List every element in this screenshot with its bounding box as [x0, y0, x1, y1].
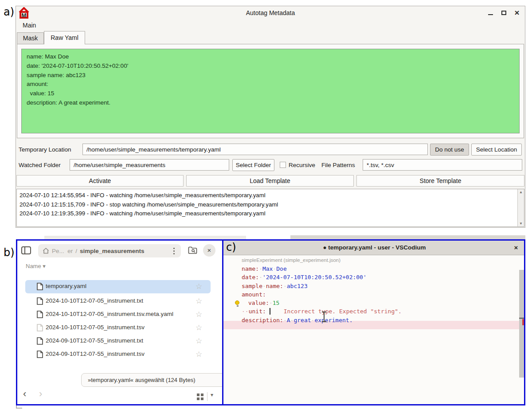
- star-icon[interactable]: ☆: [196, 310, 202, 319]
- yaml-line: sample name: abc123: [27, 71, 514, 80]
- minimize-button[interactable]: [487, 9, 494, 16]
- sort-caret-icon: ▾: [43, 263, 46, 269]
- inline-error-message: Incorrect type. Expected "string".: [284, 308, 402, 315]
- load-template-button[interactable]: Load Template: [186, 175, 354, 187]
- window-edge-peek: [290, 235, 525, 240]
- column-header-name[interactable]: Name ▾: [26, 263, 46, 269]
- breadcrumb-home[interactable]: Pe... er: [52, 248, 73, 254]
- temporary-location-input[interactable]: [82, 144, 428, 155]
- file-name: 2024-09-10T12-07-55_instrument.txt: [46, 337, 143, 344]
- close-button[interactable]: ×: [513, 9, 520, 16]
- watched-folder-input[interactable]: [70, 159, 229, 171]
- sidebar-toggle-icon[interactable]: [21, 246, 31, 254]
- code-token: great: [293, 317, 311, 323]
- code-token: sample: [242, 283, 262, 289]
- code-token: 15: [273, 300, 280, 306]
- code-token: value:: [248, 300, 269, 306]
- autotag-window: M Autotag Metadata × Main Mask Raw Yaml …: [16, 6, 525, 228]
- code-token: unit:: [249, 308, 266, 315]
- menu-kebab-icon[interactable]: [172, 247, 176, 255]
- code-token: date:: [242, 274, 259, 281]
- scroll-up-icon[interactable]: ▲: [518, 190, 524, 194]
- star-icon[interactable]: ☆: [196, 296, 202, 306]
- file-name: 2024-10-10T12-07-05_instrument.txt: [46, 297, 143, 304]
- file-row-temporary-yaml[interactable]: temporary.yaml ☆: [17, 280, 222, 293]
- editor-scrollbar[interactable]: [519, 270, 525, 378]
- recursive-label: Recursive: [289, 162, 315, 168]
- code-token: abc123: [287, 283, 308, 289]
- file-row[interactable]: 2024-10-10T12-07-05_instrument.tsv.meta.…: [17, 308, 222, 321]
- code-editor[interactable]: simpleExperiment (simple_experiment.json…: [223, 255, 525, 405]
- code-line: name:·Max·Doe: [242, 265, 402, 273]
- yaml-line: amount:: [27, 80, 514, 89]
- code-token: '2024-07-10T10:20:50.52+02:00': [262, 274, 367, 281]
- log-scrollbar[interactable]: ▲ ▼: [517, 189, 524, 226]
- code-token: A: [287, 317, 290, 323]
- quick-fix-lightbulb-icon[interactable]: [235, 300, 239, 305]
- code-token: description:: [242, 317, 283, 323]
- activate-button[interactable]: Activate: [16, 175, 184, 187]
- file-name: temporary.yaml: [46, 283, 86, 289]
- code-token: experiment.: [314, 317, 352, 323]
- star-icon[interactable]: ☆: [196, 282, 202, 291]
- file-row[interactable]: 2024-10-10T12-07-05_instrument.txt ☆: [17, 295, 222, 308]
- scroll-down-icon[interactable]: ▼: [518, 222, 524, 226]
- menu-main[interactable]: Main: [21, 21, 38, 30]
- breadcrumb-current[interactable]: simple_measurements: [80, 248, 145, 254]
- figure-label-c: c): [226, 241, 236, 253]
- tab-raw-yaml[interactable]: Raw Yaml: [44, 31, 85, 44]
- log-line: 2024-07-10 12:14:55,954 - INFO - watchin…: [20, 191, 515, 200]
- code-token: ·: [259, 274, 262, 281]
- screenshot-stage: a) M Autotag Metadata × Main Mask Raw Ya…: [0, 0, 532, 413]
- file-patterns-input[interactable]: [363, 159, 522, 171]
- watched-folder-label: Watched Folder: [19, 162, 61, 168]
- recursive-checkbox[interactable]: [280, 162, 286, 168]
- file-row[interactable]: 2024-09-10T12-07-55_instrument.tsv ☆: [17, 348, 222, 361]
- back-button[interactable]: ‹: [23, 388, 26, 400]
- figure-label-a: a): [4, 6, 14, 18]
- view-options-caret-icon[interactable]: ▾: [211, 392, 213, 398]
- star-icon[interactable]: ☆: [196, 323, 202, 332]
- code-token: ·: [259, 265, 262, 272]
- yaml-line: value: 15: [27, 89, 514, 98]
- star-icon[interactable]: ☆: [196, 336, 202, 346]
- code-line: amount:: [242, 290, 402, 299]
- code-line: value:·15: [242, 299, 402, 307]
- maximize-button[interactable]: [500, 9, 507, 16]
- raw-yaml-tabpanel: name: Max Doe date: '2024-07-10T10:20:50…: [17, 44, 524, 138]
- code-token: ·: [269, 300, 273, 306]
- code-line: date:·'2024-07-10T10:20:50.52+02:00': [242, 273, 402, 281]
- vscodium-close-button[interactable]: ×: [512, 244, 520, 251]
- code-token: name:: [266, 283, 283, 289]
- yaml-line: description: A great experiment.: [27, 98, 514, 108]
- error-marker: [522, 319, 525, 325]
- star-icon[interactable]: ☆: [196, 350, 202, 359]
- log-line: 2024-07-10 12:19:35,399 - INFO - watchin…: [20, 209, 515, 218]
- store-template-button[interactable]: Store Template: [356, 175, 524, 187]
- select-folder-button[interactable]: Select Folder: [232, 159, 274, 171]
- file-name: 2024-10-10T12-07-05_instrument.tsv.meta.…: [46, 311, 173, 317]
- select-location-button[interactable]: Select Location: [471, 144, 522, 156]
- document-icon: [37, 351, 43, 358]
- code-line: sample·name:·abc123: [242, 282, 402, 290]
- forward-button[interactable]: ›: [39, 388, 42, 400]
- folder-search-icon[interactable]: [188, 246, 198, 255]
- file-manager-close-button[interactable]: ×: [203, 244, 215, 257]
- code-token: ·: [283, 283, 287, 289]
- raw-yaml-textarea[interactable]: name: Max Doe date: '2024-07-10T10:20:50…: [21, 49, 520, 133]
- breadcrumb: Pe... er / simple_measurements: [38, 244, 181, 257]
- file-row[interactable]: 2024-09-10T12-07-55_instrument.txt ☆: [17, 335, 222, 348]
- vscodium-title: ● temporary.yaml - user - VSCodium: [223, 244, 525, 251]
- code-token: ··: [242, 308, 249, 315]
- window-title: Autotag Metadata: [16, 9, 525, 16]
- code-token: ·: [262, 283, 266, 289]
- do-not-use-button[interactable]: Do not use: [430, 144, 469, 156]
- code-token: amount:: [242, 291, 266, 298]
- file-row[interactable]: 2024-10-10T12-07-05_instrument.tsv ☆: [17, 321, 222, 335]
- document-icon: [37, 297, 43, 305]
- figure-label-b: b): [4, 246, 15, 259]
- tab-mask[interactable]: Mask: [17, 32, 44, 44]
- grid-view-icon[interactable]: [197, 394, 203, 400]
- divider: [207, 392, 207, 401]
- home-icon[interactable]: [43, 248, 49, 254]
